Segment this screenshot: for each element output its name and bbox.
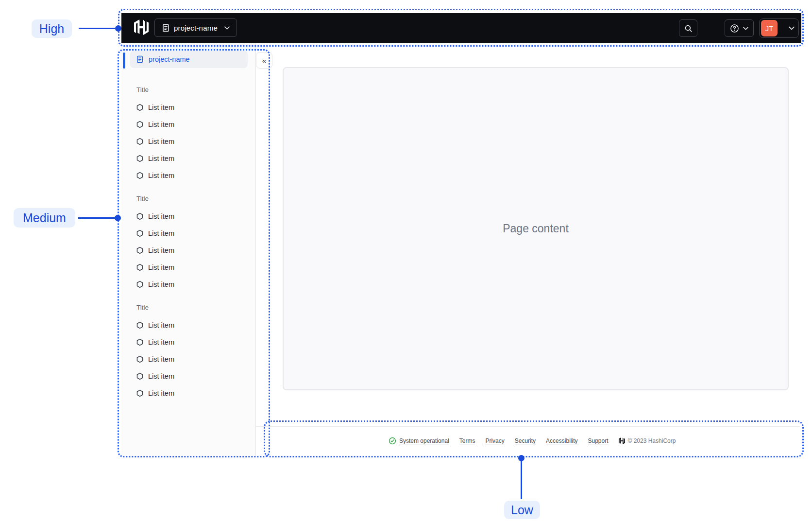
app-footer: System operational Terms Privacy Securit…	[389, 436, 676, 446]
hexagon-outline-icon	[136, 389, 144, 397]
sidebar-list-item[interactable]: List item	[121, 116, 255, 133]
density-label-high: High	[32, 19, 72, 38]
sidebar-nav: Title List item List item List item List…	[121, 76, 255, 402]
sidebar-item-label: List item	[148, 389, 174, 397]
sidebar-collapse-button[interactable]: «	[256, 52, 272, 69]
chevron-down-icon	[224, 26, 230, 30]
sidebar-list-item[interactable]: List item	[121, 150, 255, 167]
hashicorp-logo-icon	[619, 437, 625, 444]
file-text-icon	[136, 55, 144, 63]
sidebar-item-label: project-name	[149, 55, 190, 63]
sidebar-list-item[interactable]: List item	[121, 133, 255, 150]
sidebar-section-title: Title	[121, 84, 255, 95]
page-content-placeholder: Page content	[283, 67, 789, 390]
density-label-medium: Medium	[14, 208, 75, 227]
sidebar-item-project-name[interactable]: project-name	[130, 51, 248, 68]
footer-link-security[interactable]: Security	[515, 437, 536, 444]
account-menu-button[interactable]: JT	[759, 18, 799, 38]
hexagon-outline-icon	[136, 155, 144, 162]
search-icon	[684, 24, 693, 33]
hashicorp-logo-icon[interactable]	[134, 19, 149, 35]
hexagon-outline-icon	[136, 121, 144, 128]
sidebar-item-label: List item	[148, 155, 174, 162]
connector-line	[78, 217, 118, 219]
footer-link-terms[interactable]: Terms	[459, 437, 475, 444]
sidebar-list-item[interactable]: List item	[121, 276, 255, 293]
hexagon-outline-icon	[136, 246, 144, 254]
hexagon-outline-icon	[136, 212, 144, 220]
sidebar-list-item[interactable]: List item	[121, 167, 255, 184]
connector-dot	[518, 455, 524, 461]
sidebar-list-item[interactable]: List item	[121, 208, 255, 225]
hexagon-outline-icon	[136, 104, 144, 111]
hexagon-outline-icon	[136, 338, 144, 346]
check-circle-icon	[389, 437, 396, 445]
sidebar-list-item[interactable]: List item	[121, 99, 255, 116]
sidebar-list-item[interactable]: List item	[121, 350, 255, 367]
footer-link-accessibility[interactable]: Accessibility	[546, 437, 577, 444]
connector-line	[521, 458, 522, 499]
sidebar-list-item[interactable]: List item	[121, 367, 255, 384]
sidebar-section: Title List item List item List item List…	[121, 84, 255, 184]
sidebar-item-label: List item	[148, 338, 174, 346]
sidebar-item-label: List item	[148, 263, 174, 271]
hexagon-outline-icon	[136, 172, 144, 179]
density-guideline-canvas: project-name	[0, 0, 812, 524]
help-menu-button[interactable]	[725, 19, 754, 37]
sidebar-item-label: List item	[148, 321, 174, 329]
hexagon-outline-icon	[136, 372, 144, 380]
connector-line	[79, 28, 118, 29]
active-item-accent-bar	[123, 52, 125, 69]
density-label-low: Low	[504, 501, 540, 519]
sidebar-list-item[interactable]: List item	[121, 259, 255, 276]
sidebar-section: Title List item List item List item List…	[121, 302, 255, 402]
hexagon-outline-icon	[136, 355, 144, 363]
sidebar-item-label: List item	[148, 104, 174, 111]
hexagon-outline-icon	[136, 263, 144, 271]
sidebar-item-label: List item	[148, 138, 174, 145]
sidebar-section-title: Title	[121, 302, 255, 313]
sidebar-list-item[interactable]: List item	[121, 384, 255, 402]
sidebar-list-item[interactable]: List item	[121, 333, 255, 350]
hexagon-outline-icon	[136, 280, 144, 288]
connector-dot	[115, 215, 121, 221]
project-switcher-button[interactable]: project-name	[154, 18, 237, 37]
chevron-down-icon	[789, 26, 795, 30]
sidebar-section: Title List item List item List item List…	[121, 193, 255, 293]
sidebar-item-label: List item	[148, 372, 174, 380]
hexagon-outline-icon	[136, 229, 144, 237]
hexagon-outline-icon	[136, 321, 144, 329]
file-text-icon	[162, 24, 170, 32]
sidebar-item-label: List item	[148, 355, 174, 363]
hexagon-outline-icon	[136, 138, 144, 145]
footer-link-privacy[interactable]: Privacy	[485, 437, 504, 444]
sidebar-item-label: List item	[148, 212, 174, 220]
help-question-circle-icon	[730, 24, 739, 33]
sidebar-item-label: List item	[148, 280, 174, 288]
search-button[interactable]	[679, 19, 697, 37]
sidebar-list-item[interactable]: List item	[121, 316, 255, 333]
sidebar: project-name Title List item List item L…	[121, 43, 256, 456]
sidebar-list-item[interactable]: List item	[121, 225, 255, 242]
sidebar-item-label: List item	[148, 121, 174, 128]
sidebar-item-label: List item	[148, 246, 174, 254]
sidebar-item-label: List item	[148, 172, 174, 179]
connector-dot	[115, 25, 121, 32]
page-content-label: Page content	[503, 222, 569, 235]
avatar: JT	[761, 20, 778, 36]
app-header: project-name	[121, 13, 801, 43]
sidebar-list-item[interactable]: List item	[121, 242, 255, 259]
copyright-text: © 2023 HashiCorp	[628, 437, 676, 444]
chevron-down-icon	[743, 27, 748, 30]
project-switcher-label: project-name	[174, 24, 218, 32]
sidebar-item-label: List item	[148, 229, 174, 237]
system-status-label: System operational	[399, 437, 449, 444]
footer-link-support[interactable]: Support	[588, 437, 608, 444]
footer-divider	[256, 426, 800, 427]
system-status-link[interactable]: System operational	[389, 437, 449, 445]
footer-copyright: © 2023 HashiCorp	[619, 437, 676, 444]
sidebar-section-title: Title	[121, 193, 255, 204]
